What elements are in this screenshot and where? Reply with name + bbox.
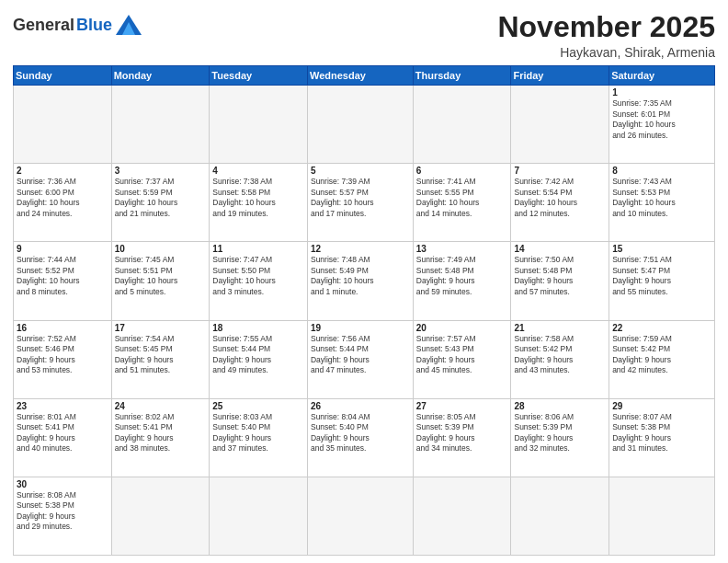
day-info: Sunrise: 7:57 AM Sunset: 5:43 PM Dayligh… (416, 334, 508, 376)
day-number: 11 (212, 244, 304, 254)
calendar-cell: 9Sunrise: 7:44 AM Sunset: 5:52 PM Daylig… (14, 242, 112, 320)
day-number: 12 (311, 244, 410, 254)
day-info: Sunrise: 7:55 AM Sunset: 5:44 PM Dayligh… (212, 334, 304, 376)
calendar-cell (511, 477, 609, 555)
day-number: 20 (416, 323, 508, 333)
calendar-week-4: 16Sunrise: 7:52 AM Sunset: 5:46 PM Dayli… (14, 320, 715, 398)
day-number: 5 (311, 166, 410, 176)
calendar-cell: 27Sunrise: 8:05 AM Sunset: 5:39 PM Dayli… (413, 398, 511, 477)
header: General Blue November 2025 Haykavan, Shi… (13, 11, 715, 60)
day-info: Sunrise: 7:37 AM Sunset: 5:59 PM Dayligh… (115, 177, 207, 219)
calendar-cell: 30Sunrise: 8:08 AM Sunset: 5:38 PM Dayli… (14, 477, 112, 555)
day-info: Sunrise: 7:36 AM Sunset: 6:00 PM Dayligh… (17, 177, 108, 219)
calendar-cell (210, 477, 308, 555)
day-info: Sunrise: 8:08 AM Sunset: 5:38 PM Dayligh… (17, 490, 108, 533)
calendar-cell (307, 477, 413, 555)
day-number: 21 (514, 323, 606, 333)
calendar-cell: 12Sunrise: 7:48 AM Sunset: 5:49 PM Dayli… (307, 242, 413, 320)
day-info: Sunrise: 7:41 AM Sunset: 5:55 PM Dayligh… (416, 177, 508, 219)
day-number: 17 (115, 323, 207, 333)
day-number: 19 (311, 323, 410, 333)
header-saturday: Saturday (609, 66, 715, 86)
day-number: 4 (212, 166, 304, 176)
calendar-cell (111, 86, 210, 164)
day-info: Sunrise: 7:50 AM Sunset: 5:48 PM Dayligh… (514, 255, 606, 297)
calendar-cell: 24Sunrise: 8:02 AM Sunset: 5:41 PM Dayli… (111, 398, 210, 477)
calendar-week-6: 30Sunrise: 8:08 AM Sunset: 5:38 PM Dayli… (14, 477, 715, 555)
day-number: 6 (416, 166, 508, 176)
calendar-cell: 18Sunrise: 7:55 AM Sunset: 5:44 PM Dayli… (210, 320, 308, 398)
day-info: Sunrise: 8:01 AM Sunset: 5:41 PM Dayligh… (17, 412, 108, 454)
calendar-cell: 2Sunrise: 7:36 AM Sunset: 6:00 PM Daylig… (14, 164, 112, 242)
logo-area: General Blue (13, 11, 142, 35)
day-number: 18 (212, 323, 304, 333)
day-info: Sunrise: 7:39 AM Sunset: 5:57 PM Dayligh… (311, 177, 410, 219)
calendar-header-row: Sunday Monday Tuesday Wednesday Thursday… (14, 66, 715, 86)
title-area: November 2025 Haykavan, Shirak, Armenia (497, 11, 715, 60)
calendar-cell (307, 86, 413, 164)
calendar-cell: 26Sunrise: 8:04 AM Sunset: 5:40 PM Dayli… (307, 398, 413, 477)
subtitle: Haykavan, Shirak, Armenia (497, 45, 715, 60)
calendar-cell: 17Sunrise: 7:54 AM Sunset: 5:45 PM Dayli… (111, 320, 210, 398)
day-info: Sunrise: 8:06 AM Sunset: 5:39 PM Dayligh… (514, 412, 606, 454)
day-info: Sunrise: 7:54 AM Sunset: 5:45 PM Dayligh… (115, 334, 207, 376)
day-info: Sunrise: 7:58 AM Sunset: 5:42 PM Dayligh… (514, 334, 606, 376)
day-info: Sunrise: 8:07 AM Sunset: 5:38 PM Dayligh… (612, 412, 711, 454)
day-number: 22 (612, 323, 711, 333)
day-info: Sunrise: 7:45 AM Sunset: 5:51 PM Dayligh… (115, 255, 207, 297)
day-number: 15 (612, 244, 711, 254)
calendar-cell: 16Sunrise: 7:52 AM Sunset: 5:46 PM Dayli… (14, 320, 112, 398)
calendar-cell: 4Sunrise: 7:38 AM Sunset: 5:58 PM Daylig… (210, 164, 308, 242)
header-monday: Monday (111, 66, 210, 86)
calendar-cell: 11Sunrise: 7:47 AM Sunset: 5:50 PM Dayli… (210, 242, 308, 320)
header-thursday: Thursday (413, 66, 511, 86)
logo-blue-text: Blue (76, 16, 112, 35)
day-number: 2 (17, 166, 108, 176)
day-number: 30 (17, 479, 108, 489)
calendar-cell: 10Sunrise: 7:45 AM Sunset: 5:51 PM Dayli… (111, 242, 210, 320)
calendar-cell: 7Sunrise: 7:42 AM Sunset: 5:54 PM Daylig… (511, 164, 609, 242)
calendar-cell: 6Sunrise: 7:41 AM Sunset: 5:55 PM Daylig… (413, 164, 511, 242)
calendar-cell: 13Sunrise: 7:49 AM Sunset: 5:48 PM Dayli… (413, 242, 511, 320)
calendar-cell: 3Sunrise: 7:37 AM Sunset: 5:59 PM Daylig… (111, 164, 210, 242)
day-info: Sunrise: 8:04 AM Sunset: 5:40 PM Dayligh… (311, 412, 410, 454)
day-info: Sunrise: 7:44 AM Sunset: 5:52 PM Dayligh… (17, 255, 108, 297)
day-info: Sunrise: 7:51 AM Sunset: 5:47 PM Dayligh… (612, 255, 711, 297)
day-info: Sunrise: 7:48 AM Sunset: 5:49 PM Dayligh… (311, 255, 410, 297)
day-info: Sunrise: 8:03 AM Sunset: 5:40 PM Dayligh… (212, 412, 304, 454)
calendar-cell (14, 86, 112, 164)
calendar-cell (210, 86, 308, 164)
calendar-cell: 1Sunrise: 7:35 AM Sunset: 6:01 PM Daylig… (609, 86, 715, 164)
day-number: 8 (612, 166, 711, 176)
logo-general-text: General (13, 16, 74, 35)
month-title: November 2025 (497, 11, 715, 43)
day-info: Sunrise: 7:43 AM Sunset: 5:53 PM Dayligh… (612, 177, 711, 219)
calendar-cell: 23Sunrise: 8:01 AM Sunset: 5:41 PM Dayli… (14, 398, 112, 477)
day-info: Sunrise: 7:42 AM Sunset: 5:54 PM Dayligh… (514, 177, 606, 219)
day-info: Sunrise: 7:35 AM Sunset: 6:01 PM Dayligh… (612, 98, 711, 141)
day-info: Sunrise: 8:05 AM Sunset: 5:39 PM Dayligh… (416, 412, 508, 454)
day-number: 14 (514, 244, 606, 254)
calendar-cell: 21Sunrise: 7:58 AM Sunset: 5:42 PM Dayli… (511, 320, 609, 398)
day-info: Sunrise: 7:49 AM Sunset: 5:48 PM Dayligh… (416, 255, 508, 297)
day-number: 27 (416, 401, 508, 411)
calendar-cell: 29Sunrise: 8:07 AM Sunset: 5:38 PM Dayli… (609, 398, 715, 477)
day-number: 9 (17, 244, 108, 254)
calendar-cell (413, 477, 511, 555)
page: General Blue November 2025 Haykavan, Shi… (0, 0, 728, 563)
day-number: 13 (416, 244, 508, 254)
calendar-cell: 28Sunrise: 8:06 AM Sunset: 5:39 PM Dayli… (511, 398, 609, 477)
calendar-cell: 5Sunrise: 7:39 AM Sunset: 5:57 PM Daylig… (307, 164, 413, 242)
calendar-cell: 19Sunrise: 7:56 AM Sunset: 5:44 PM Dayli… (307, 320, 413, 398)
day-number: 25 (212, 401, 304, 411)
calendar-cell (609, 477, 715, 555)
calendar-week-5: 23Sunrise: 8:01 AM Sunset: 5:41 PM Dayli… (14, 398, 715, 477)
logo: General Blue (13, 15, 142, 35)
calendar-week-2: 2Sunrise: 7:36 AM Sunset: 6:00 PM Daylig… (14, 164, 715, 242)
day-info: Sunrise: 7:52 AM Sunset: 5:46 PM Dayligh… (17, 334, 108, 376)
header-sunday: Sunday (14, 66, 112, 86)
calendar-cell: 25Sunrise: 8:03 AM Sunset: 5:40 PM Dayli… (210, 398, 308, 477)
day-number: 10 (115, 244, 207, 254)
day-number: 24 (115, 401, 207, 411)
day-info: Sunrise: 7:56 AM Sunset: 5:44 PM Dayligh… (311, 334, 410, 376)
